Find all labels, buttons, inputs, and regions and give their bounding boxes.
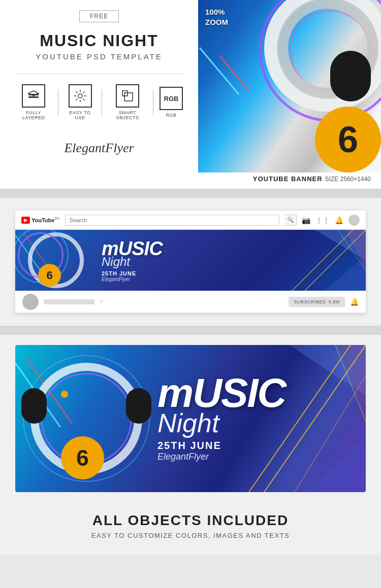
all-objects-subtitle: EASY TO CUSTOMIZE COLORS, IMAGES AND TEX… — [15, 532, 366, 539]
verified-icon: ✓ — [100, 298, 104, 305]
svg-rect-12 — [122, 91, 128, 96]
bell-icon[interactable]: 🔔 — [350, 298, 359, 306]
wand-icon — [69, 84, 92, 108]
divider — [15, 74, 183, 74]
youtube-search-button[interactable]: 🔍 — [284, 215, 297, 226]
svg-rect-1 — [28, 96, 39, 98]
lg-headphone-number: 6 — [61, 436, 104, 479]
right-preview-panel: 100%ZOOM 6 — [198, 0, 381, 172]
youtube-mockup-section: ▶ YouTubeBK 🔍 📷 ⋮⋮ 🔔 — [0, 198, 381, 326]
banner-info-size: SIZE 2560×1440 — [325, 176, 371, 183]
lg-music-text: mUSIC — [157, 375, 366, 411]
free-badge: FREE — [79, 10, 119, 22]
feature-layers: FULLY LAYERED — [15, 84, 52, 120]
yt-brand-text: ElegantFlyer — [102, 276, 366, 282]
channel-name-placeholder — [44, 299, 94, 304]
sep1 — [58, 90, 58, 115]
preview-image: 100%ZOOM 6 — [198, 0, 381, 172]
layers-icon — [22, 84, 45, 108]
youtube-logo-text: YouTubeBK — [31, 217, 60, 223]
feature-layers-label: FULLY LAYERED — [15, 110, 52, 120]
separator-2 — [0, 326, 381, 335]
lg-brand-text: ElegantFlyer — [157, 452, 366, 462]
youtube-beta: BK — [54, 217, 59, 220]
apps-icon[interactable]: ⋮⋮ — [315, 216, 330, 224]
youtube-nav: ▶ YouTubeBK 🔍 📷 ⋮⋮ 🔔 — [15, 211, 366, 230]
rgb-icon: RGB — [160, 87, 183, 110]
youtube-channel-row: ✓ SUBSCRIBED 5.8M 🔔 — [15, 291, 366, 313]
banner-info-label: YOUTUBE BANNER — [253, 175, 323, 183]
lg-headphone-container: 6 — [15, 345, 157, 492]
yt-date-text: 25TH JUNE — [102, 270, 366, 276]
channel-avatar — [22, 294, 39, 310]
large-banner: 6 mUSIC Night 25TH JUNE ElegantFlyer — [15, 345, 366, 492]
main-title: MUSIC NIGHT — [15, 31, 183, 50]
yt-banner-headphones: 6 — [15, 230, 97, 291]
all-objects-title: ALL OBJECTS INCLUDED — [15, 512, 366, 529]
subscribe-button[interactable]: SUBSCRIBED 5.8M — [289, 297, 345, 307]
svg-line-9 — [83, 92, 84, 93]
youtube-nav-icons: 📷 ⋮⋮ 🔔 — [302, 215, 360, 226]
left-panel: FREE MUSIC NIGHT YOUTUBE PSD TEMPLATE FU… — [0, 0, 198, 172]
subscribed-label: SUBSCRIBED — [294, 299, 326, 304]
separator-1 — [0, 189, 381, 198]
svg-line-8 — [83, 99, 84, 100]
feature-rgb: RGB RGB — [160, 87, 183, 118]
objects-icon — [116, 84, 139, 108]
notification-icon[interactable]: 🔔 — [335, 216, 343, 224]
banner-info-row: YOUTUBE BANNER SIZE 2560×1440 — [0, 172, 381, 189]
youtube-logo-icon: ▶ — [21, 217, 30, 224]
bottom-section: ALL OBJECTS INCLUDED EASY TO CUSTOMIZE C… — [0, 502, 381, 555]
svg-rect-13 — [124, 93, 133, 101]
video-camera-icon[interactable]: 📷 — [302, 216, 310, 224]
zoom-badge: 100%ZOOM — [205, 7, 228, 27]
feature-objects-label: SMART OBJECTS — [108, 110, 147, 120]
sub-count: 5.8M — [329, 299, 340, 304]
brand-name: ElegantFlyer — [15, 141, 183, 156]
svg-point-11 — [78, 94, 82, 98]
yt-banner-text: mUSIC Night 25TH JUNE ElegantFlyer — [97, 239, 366, 282]
feature-wand: EASY TO USE — [65, 84, 96, 120]
feature-objects: SMART OBJECTS — [108, 84, 147, 120]
lg-date-text: 25TH JUNE — [157, 440, 366, 452]
lg-orange-dot — [61, 391, 68, 398]
lg-banner-text: mUSIC Night 25TH JUNE ElegantFlyer — [157, 375, 366, 463]
svg-line-10 — [76, 99, 77, 100]
svg-line-7 — [76, 92, 77, 93]
feature-rgb-label: RGB — [166, 113, 177, 118]
sep2 — [102, 90, 102, 115]
features-row: FULLY LAYERED — [15, 84, 183, 120]
feature-wand-label: EASY TO USE — [65, 110, 96, 120]
large-banner-section: 6 mUSIC Night 25TH JUNE ElegantFlyer — [0, 335, 381, 502]
youtube-logo: ▶ YouTubeBK — [21, 217, 60, 224]
youtube-banner: 6 mUSIC Night 25TH JUNE ElegantFlyer — [15, 230, 366, 291]
sep3 — [153, 90, 153, 115]
top-section: FREE MUSIC NIGHT YOUTUBE PSD TEMPLATE FU… — [0, 0, 381, 172]
sub-title: YOUTUBE PSD TEMPLATE — [15, 52, 183, 61]
yt-headphone-number: 6 — [38, 264, 61, 287]
youtube-search-input[interactable] — [65, 215, 279, 226]
user-avatar[interactable] — [348, 215, 360, 226]
youtube-window: ▶ YouTubeBK 🔍 📷 ⋮⋮ 🔔 — [15, 211, 366, 313]
